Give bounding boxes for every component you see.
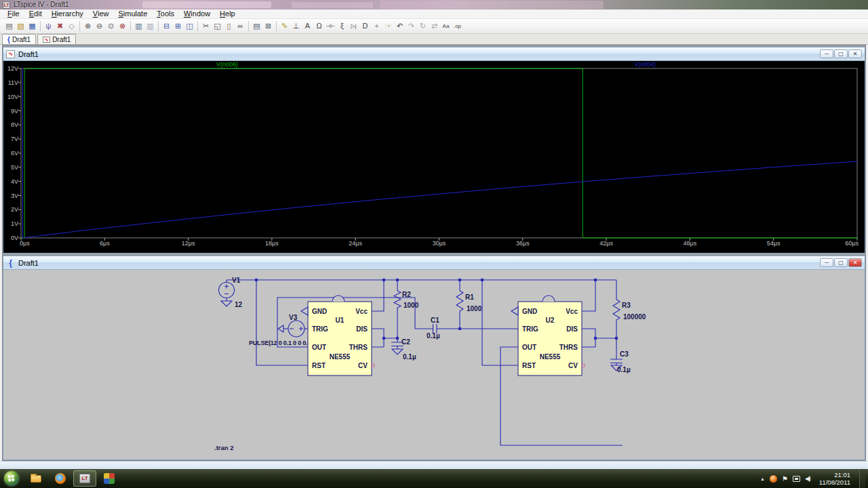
pan-hand-button[interactable]: ◇ bbox=[66, 20, 77, 33]
taskbar-item-browser[interactable] bbox=[49, 470, 72, 487]
r2-value[interactable]: 1000 bbox=[403, 302, 419, 309]
close-button[interactable]: ✕ bbox=[848, 49, 862, 58]
component-u2[interactable]: GND TRIG OUT RST Vcc DIS THRS CV U2 NE55… bbox=[511, 296, 585, 375]
new-schematic-button[interactable]: ▤ bbox=[3, 20, 15, 33]
u2-part[interactable]: NE555 bbox=[540, 353, 561, 361]
schematic-canvas[interactable]: V1 12 V3 PULSE(12 0 0.1 0 0 0.05 0.05 1) bbox=[3, 270, 865, 460]
v1-value[interactable]: 12 bbox=[235, 301, 243, 308]
draw-wire-button[interactable]: ✎ bbox=[279, 20, 290, 33]
menu-hierarchy[interactable]: Hierarchy bbox=[47, 9, 88, 18]
r2-name[interactable]: R2 bbox=[402, 291, 411, 298]
zoom-in-button[interactable]: ⊕ bbox=[82, 20, 94, 33]
tray-app-icon[interactable] bbox=[770, 475, 777, 483]
menu-view[interactable]: View bbox=[88, 9, 114, 18]
taskbar-item-explorer[interactable] bbox=[24, 470, 47, 487]
tab-schematic-draft1[interactable]: { Draft1 bbox=[2, 34, 36, 44]
minimize-button[interactable]: ─ bbox=[820, 49, 833, 58]
place-inductor-button[interactable]: ξ bbox=[336, 20, 348, 33]
c1-name[interactable]: C1 bbox=[431, 317, 439, 324]
menu-simulate[interactable]: Simulate bbox=[113, 9, 152, 18]
r3-value[interactable]: 100000 bbox=[623, 313, 646, 321]
waveform-plot-area[interactable]: 12V11V10V9V8V7V6V5V4V3V2V1V0V0µs6µs12µs1… bbox=[3, 61, 865, 253]
move-button[interactable]: + bbox=[371, 20, 382, 33]
place-diode-button[interactable]: ▷| bbox=[348, 20, 359, 33]
u1-part[interactable]: NE555 bbox=[330, 353, 351, 361]
schematic-titlebar[interactable]: { Draft1 ─ ▢ ✕ bbox=[3, 256, 865, 270]
spice-directive-button[interactable]: .op bbox=[452, 20, 463, 33]
network-icon[interactable] bbox=[793, 476, 800, 482]
zoom-fit-button[interactable]: ⊗ bbox=[117, 20, 128, 33]
halt-simulation-button[interactable]: ✖ bbox=[54, 20, 66, 33]
v3-name[interactable]: V3 bbox=[289, 314, 298, 321]
cut-button[interactable]: ✂ bbox=[200, 20, 212, 33]
tab-waveform-draft1[interactable]: ∿ Draft1 bbox=[37, 34, 76, 44]
taskbar-clock[interactable]: 21:01 11/08/2011 bbox=[815, 471, 854, 486]
rotate-button[interactable]: ↻ bbox=[417, 20, 429, 33]
place-text-button[interactable]: Aa bbox=[440, 20, 452, 33]
place-capacitor-button[interactable]: ⊣⊢ bbox=[325, 20, 336, 33]
menu-window[interactable]: Window bbox=[179, 9, 215, 18]
taskbar-item-viewer[interactable] bbox=[98, 470, 121, 487]
r1-name[interactable]: R1 bbox=[465, 293, 474, 301]
print-button[interactable]: ▤ bbox=[251, 20, 262, 33]
mirror-button[interactable]: ⇄ bbox=[429, 20, 440, 33]
show-desktop-button[interactable] bbox=[859, 469, 865, 488]
component-c2[interactable]: C2 0.1µ bbox=[391, 338, 416, 361]
u2-name[interactable]: U2 bbox=[546, 317, 555, 324]
waveform-titlebar[interactable]: ∿ Draft1 ─ ▢ ✕ bbox=[3, 47, 865, 61]
menu-tools[interactable]: Tools bbox=[152, 9, 179, 18]
save-button[interactable]: ▦ bbox=[26, 20, 38, 33]
u1-name[interactable]: U1 bbox=[336, 317, 344, 324]
r1-value[interactable]: 1000 bbox=[467, 305, 482, 312]
undo-button[interactable]: ↶ bbox=[394, 20, 406, 33]
menu-help[interactable]: Help bbox=[215, 9, 240, 18]
component-r1[interactable]: R1 1000 bbox=[456, 291, 482, 312]
r3-name[interactable]: R3 bbox=[622, 302, 631, 309]
v1-name[interactable]: V1 bbox=[232, 277, 241, 284]
place-resistor-button[interactable]: Ω bbox=[313, 20, 325, 33]
zoom-full-extents-button[interactable]: ⊙ bbox=[105, 20, 117, 33]
c1-value[interactable]: 0.1µ bbox=[427, 332, 440, 340]
window-titlebar[interactable]: LT LTspice IV - Draft1 bbox=[0, 0, 868, 9]
trace-label-V(n004)[interactable]: V(n004) bbox=[634, 61, 656, 68]
component-r3[interactable]: R3 100000 bbox=[613, 300, 646, 321]
menu-file[interactable]: File bbox=[3, 9, 24, 18]
redo-button[interactable]: ↷ bbox=[406, 20, 417, 33]
cascade-windows-button[interactable]: ◫ bbox=[184, 20, 195, 33]
minimize-button[interactable]: ─ bbox=[820, 258, 833, 267]
trace-label-V(n006)[interactable]: V(n006) bbox=[216, 61, 238, 68]
tile-vertically-button[interactable]: ⊞ bbox=[172, 20, 184, 33]
start-button[interactable] bbox=[4, 471, 19, 486]
maximize-button[interactable]: ▢ bbox=[834, 49, 848, 58]
copy-button[interactable]: ◱ bbox=[212, 20, 223, 33]
place-ground-button[interactable]: ⊥ bbox=[290, 20, 302, 33]
plot-settings-button[interactable]: ▥ bbox=[144, 20, 156, 33]
c2-value[interactable]: 0.1µ bbox=[403, 353, 416, 361]
menu-edit[interactable]: Edit bbox=[24, 9, 47, 18]
place-component-button[interactable]: D bbox=[359, 20, 371, 33]
place-net-label-button[interactable]: A bbox=[302, 20, 313, 33]
find-button[interactable]: ∞ bbox=[235, 20, 246, 33]
drag-button[interactable]: ☞ bbox=[382, 20, 394, 33]
volume-icon[interactable]: ◀) bbox=[805, 475, 810, 482]
export-image-button[interactable]: ⊠ bbox=[262, 20, 274, 33]
action-center-flag-icon[interactable]: ⚑ bbox=[782, 475, 788, 483]
waveform-plot[interactable]: 12V11V10V9V8V7V6V5V4V3V2V1V0V0µs6µs12µs1… bbox=[3, 61, 865, 253]
maximize-button[interactable]: ▢ bbox=[834, 258, 848, 267]
component-u1[interactable]: GND TRIG OUT RST Vcc DIS THRS CV U1 NE55… bbox=[301, 296, 374, 375]
paste-button[interactable]: ▯ bbox=[223, 20, 235, 33]
run-simulation-button[interactable]: ψ bbox=[43, 20, 54, 33]
zoom-back-button[interactable]: ⊖ bbox=[94, 20, 105, 33]
c2-name[interactable]: C2 bbox=[401, 338, 410, 346]
taskbar-item-ltspice[interactable]: LT bbox=[73, 470, 96, 487]
c3-value[interactable]: 0.1µ bbox=[617, 366, 631, 373]
component-v1[interactable]: V1 12 bbox=[219, 277, 243, 308]
schematic-drawing[interactable]: V1 12 V3 PULSE(12 0 0.1 0 0 0.05 0.05 1) bbox=[3, 270, 865, 460]
c3-name[interactable]: C3 bbox=[620, 350, 629, 358]
autorange-y-axis-button[interactable]: ▥ bbox=[133, 20, 144, 33]
hidden-icons-chevron[interactable]: ▲ bbox=[760, 476, 765, 481]
component-c1[interactable]: C1 0.1µ bbox=[427, 317, 440, 340]
tile-horizontally-button[interactable]: ⊟ bbox=[161, 20, 172, 33]
open-schematic-button[interactable]: ▧ bbox=[15, 20, 26, 33]
close-button[interactable]: ✕ bbox=[848, 258, 862, 267]
